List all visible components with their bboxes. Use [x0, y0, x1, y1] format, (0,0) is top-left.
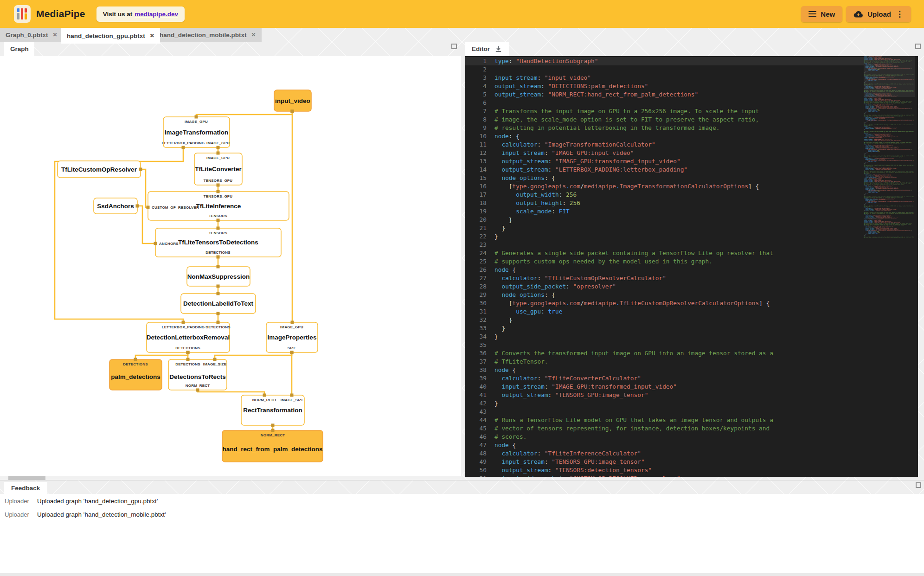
- list-icon: [808, 10, 816, 18]
- file-tab-bar: Graph_0.pbtxt ✕ hand_detection_gpu.pbtxt…: [0, 28, 924, 42]
- tab-graph-view[interactable]: Graph: [4, 42, 34, 56]
- graph-node-ImageProperties[interactable]: IMAGE_GPUSIZEImageProperties: [266, 322, 318, 352]
- cloud-upload-icon: [853, 10, 863, 18]
- code-line: 24# Generates a single side packet conta…: [465, 249, 864, 257]
- code-line: 36# Converts the transformed input image…: [465, 349, 864, 358]
- svg-text:DETECTIONS: DETECTIONS: [175, 346, 200, 350]
- port-connector: [182, 146, 185, 149]
- graph-node-ImageTransformation[interactable]: IMAGE_GPULETTERBOX_PADDINGIMAGE_GPUImage…: [162, 117, 230, 147]
- port-connector: [217, 227, 220, 230]
- code-line: 44# Runs a TensorFlow Lite model on GPU …: [465, 416, 864, 424]
- graph-node-hand_rect_from_palm_detections[interactable]: NORM_RECThand_rect_from_palm_detections: [222, 430, 323, 462]
- code-line: 35: [465, 341, 864, 349]
- code-line: 48 calculator: "TfLiteInferenceCalculato…: [465, 449, 864, 458]
- svg-text:ImageTransformation: ImageTransformation: [165, 129, 228, 136]
- upload-button[interactable]: Upload ⋮: [846, 6, 911, 22]
- editor-minimap[interactable]: type: "HandDetectionSubgraph" input_stre…: [864, 56, 915, 238]
- code-line: 30 [type.googleapis.com/mediapipe.TfLite…: [465, 299, 864, 307]
- code-line: 3input_stream: "input_video": [465, 74, 864, 82]
- kebab-menu-icon[interactable]: ⋮: [896, 9, 904, 19]
- code-line: 28 output_side_packet: "opresolver": [465, 282, 864, 291]
- tab-editor-view[interactable]: Editor: [465, 42, 509, 56]
- scrollbar-thumb[interactable]: [8, 476, 45, 480]
- code-line: 23: [465, 241, 864, 249]
- code-line: 22}: [465, 232, 864, 241]
- expand-feedback-panel-icon[interactable]: [916, 482, 921, 488]
- graph-node-DetectionsToRects[interactable]: DETECTIONSIMAGE_SIZENORM_RECTDetectionsT…: [168, 359, 227, 390]
- port-connector: [186, 358, 190, 361]
- code-line: 50 output_stream: "TENSORS:detection_ten…: [465, 466, 864, 474]
- close-tab-icon[interactable]: ✕: [150, 32, 154, 39]
- graph-node-TfLiteInference[interactable]: TENSORS_GPUTENSORSCUSTOM_OP_RESOLVERTfLi…: [148, 192, 289, 220]
- close-tab-icon[interactable]: ✕: [53, 32, 58, 38]
- graph-node-RectTransformation[interactable]: NORM_RECTIMAGE_SIZERectTransformation: [241, 395, 304, 425]
- tab-hand-detection-mobile-pbtxt[interactable]: hand_detection_mobile.pbtxt ✕: [154, 28, 262, 42]
- app-header: MediaPipe Visit us at mediapipe.dev New …: [0, 0, 924, 28]
- expand-graph-panel-icon[interactable]: [451, 44, 457, 49]
- svg-text:TfLiteInference: TfLiteInference: [196, 203, 241, 210]
- port-connector: [182, 321, 185, 324]
- port-connector: [217, 190, 220, 193]
- code-line: 32 }: [465, 316, 864, 324]
- feedback-source: Uploader: [5, 498, 33, 505]
- code-line: 19 scale_mode: FIT: [465, 207, 864, 216]
- port-connector: [136, 205, 139, 208]
- code-line: 40 input_stream: "IMAGE_GPU:transformed_…: [465, 383, 864, 391]
- code-line: 41 output_stream: "TENSORS_GPU:image_ten…: [465, 391, 864, 399]
- graph-node-TfLiteCustomOpResolver[interactable]: TfLiteCustomOpResolver: [58, 161, 141, 178]
- code-line: 5output_stream: "NORM_RECT:hand_rect_fro…: [465, 90, 864, 99]
- svg-text:TfLiteTensorsToDetections: TfLiteTensorsToDetections: [178, 239, 258, 246]
- svg-text:DETECTIONS: DETECTIONS: [175, 362, 200, 366]
- graph-node-input_video[interactable]: input_video: [274, 90, 311, 111]
- svg-text:TfLiteConverter: TfLiteConverter: [195, 166, 242, 173]
- tab-hand-detection-gpu-pbtxt[interactable]: hand_detection_gpu.pbtxt ✕: [61, 28, 160, 44]
- graph-node-palm_detections[interactable]: DETECTIONSpalm_detections: [109, 359, 162, 390]
- graph-node-DetectionLabelIdToText[interactable]: DetectionLabelIdToText: [181, 294, 256, 314]
- svg-text:NORM_RECT: NORM_RECT: [186, 384, 210, 388]
- graph-node-NonMaxSuppression[interactable]: NonMaxSuppression: [187, 267, 250, 286]
- svg-text:DETECTIONS: DETECTIONS: [205, 325, 231, 329]
- tab-graph-0-pbtxt[interactable]: Graph_0.pbtxt ✕: [0, 28, 63, 42]
- code-line: 47node {: [465, 441, 864, 449]
- svg-text:hand_rect_from_palm_detections: hand_rect_from_palm_detections: [222, 446, 322, 453]
- code-line: 2: [465, 65, 864, 74]
- svg-text:IMAGE_GPU: IMAGE_GPU: [206, 156, 230, 160]
- graph-edge: [141, 169, 148, 207]
- code-line: 46# scores.: [465, 433, 864, 441]
- svg-text:SIZE: SIZE: [288, 346, 296, 350]
- code-line: 14 output_stream: "LETTERBOX_PADDING:let…: [465, 166, 864, 174]
- graph-horizontal-scrollbar[interactable]: [0, 476, 462, 480]
- code-line: 11 calculator: "ImageTransformationCalcu…: [465, 141, 864, 149]
- app-title: MediaPipe: [36, 8, 85, 19]
- tab-feedback[interactable]: Feedback: [4, 482, 47, 494]
- code-line: 26node {: [465, 266, 864, 274]
- code-line: 34}: [465, 333, 864, 341]
- svg-text:DetectionLabelIdToText: DetectionLabelIdToText: [183, 300, 254, 307]
- port-connector: [217, 312, 220, 315]
- mediapipe-visualizer: { "icons": { "close": "✕", "kebab": "⋮" …: [0, 0, 924, 576]
- port-connector: [217, 152, 220, 155]
- code-line: 15 node_options: {: [465, 174, 864, 182]
- svg-text:LETTERBOX_PADDING: LETTERBOX_PADDING: [162, 325, 205, 329]
- code-line: 31 use_gpu: true: [465, 307, 864, 316]
- new-button[interactable]: New: [801, 6, 842, 22]
- expand-editor-panel-icon[interactable]: [915, 44, 921, 49]
- graph-node-TfLiteTensorsToDetections[interactable]: TENSORSDETECTIONSANCHORSTfLiteTensorsToD…: [155, 228, 281, 257]
- port-connector: [217, 265, 220, 269]
- code-editor[interactable]: 1type: "HandDetectionSubgraph"23input_st…: [465, 56, 918, 477]
- download-icon[interactable]: [494, 45, 502, 53]
- port-connector: [134, 358, 137, 361]
- code-line: 45# vector of tensors representing, for …: [465, 424, 864, 433]
- close-tab-icon[interactable]: ✕: [251, 32, 256, 38]
- mediapipe-dev-link[interactable]: mediapipe.dev: [135, 11, 178, 18]
- code-line: 21 }: [465, 224, 864, 232]
- graph-canvas[interactable]: input_videoIMAGE_GPULETTERBOX_PADDINGIMA…: [0, 56, 462, 476]
- graph-node-SsdAnchors[interactable]: SsdAnchors: [94, 198, 137, 214]
- graph-node-TfLiteConverter[interactable]: IMAGE_GPUTENSORS_GPUTfLiteConverter: [194, 153, 242, 185]
- svg-text:input_video: input_video: [275, 97, 310, 104]
- port-connector: [217, 285, 220, 288]
- code-line: 17 output_width: 256: [465, 191, 864, 199]
- port-connector: [263, 394, 266, 397]
- graph-node-DetectionLetterboxRemoval[interactable]: LETTERBOX_PADDINGDETECTIONSDETECTIONSDet…: [147, 322, 231, 352]
- code-line: 33 }: [465, 324, 864, 333]
